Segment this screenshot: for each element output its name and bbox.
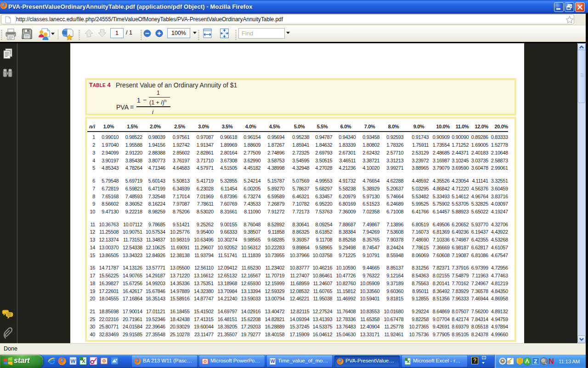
svg-text:W: W bbox=[71, 358, 76, 364]
svg-text:X: X bbox=[407, 359, 410, 364]
svg-text:W: W bbox=[271, 359, 275, 364]
svg-text:X: X bbox=[82, 358, 85, 364]
svg-text:Z: Z bbox=[534, 358, 537, 365]
